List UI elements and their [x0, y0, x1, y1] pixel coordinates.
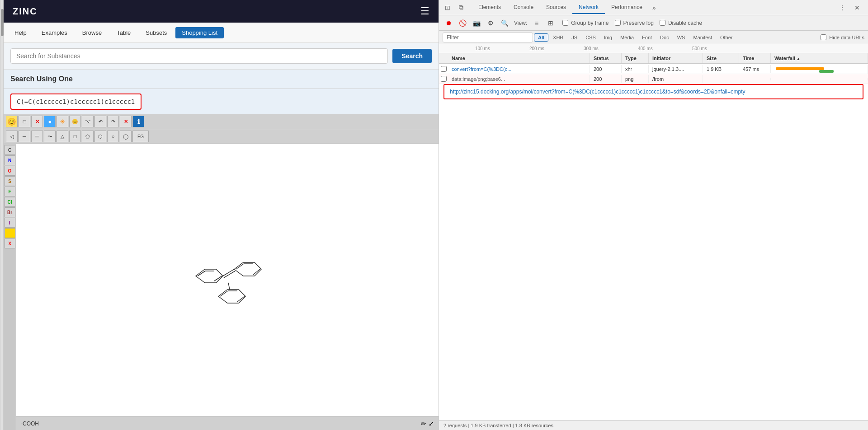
- filter-other[interactable]: Other: [717, 34, 736, 41]
- tab-performance[interactable]: Performance: [605, 1, 649, 14]
- atom-f[interactable]: F: [5, 187, 15, 196]
- dt-more-tabs[interactable]: »: [649, 4, 660, 11]
- table-row-2[interactable]: data:image/png;base6... 200 png /from: [439, 74, 868, 84]
- atom-s[interactable]: S: [5, 176, 15, 186]
- devtools-undock-icon[interactable]: ⧉: [455, 1, 467, 14]
- group-by-frame-checkbox[interactable]: [562, 20, 568, 26]
- star-tool[interactable]: ✳: [57, 116, 68, 127]
- preserve-log-checkbox[interactable]: [615, 20, 621, 26]
- double-bond-tool[interactable]: ═: [31, 131, 43, 142]
- canvas-area[interactable]: -COOH ✏ ⤢: [16, 144, 439, 430]
- row2-cb[interactable]: [441, 76, 447, 82]
- view-list-icon[interactable]: ≡: [531, 17, 542, 29]
- nav-tab-subsets[interactable]: Subsets: [139, 27, 173, 38]
- th-status[interactable]: Status: [590, 53, 622, 63]
- table-row[interactable]: convert?from=C(%3DC(c... 200 xhr jquery-…: [439, 64, 868, 74]
- tab-console[interactable]: Console: [507, 1, 540, 14]
- select-tool[interactable]: □: [19, 116, 30, 127]
- group-by-frame-label[interactable]: Group by frame: [571, 20, 609, 26]
- tab-network[interactable]: Network: [572, 1, 605, 14]
- devtools-statusbar: 2 requests | 1.9 KB transferred | 1.8 KB…: [439, 420, 868, 430]
- fg-tool[interactable]: FG: [132, 131, 149, 142]
- camera-button[interactable]: 📷: [471, 17, 482, 29]
- th-type[interactable]: Type: [622, 53, 649, 63]
- nav-tab-browse[interactable]: Browse: [76, 27, 108, 38]
- clear-tool[interactable]: ✕: [120, 116, 132, 127]
- molecule-canvas[interactable]: [16, 144, 439, 416]
- filter-tabs: All XHR JS CSS Img Media Font Doc WS Man…: [439, 31, 868, 44]
- nav-tab-help[interactable]: Help: [8, 27, 33, 38]
- ring-tool[interactable]: ◯: [120, 131, 132, 142]
- filter-icon[interactable]: ⚙: [485, 17, 496, 29]
- preserve-log-label[interactable]: Preserve log: [623, 20, 654, 26]
- single-bond-tool[interactable]: ─: [19, 131, 30, 142]
- delete-tool[interactable]: ✕: [31, 116, 43, 127]
- dt-settings-icon[interactable]: ⋮: [836, 1, 849, 14]
- th-time[interactable]: Time: [739, 53, 771, 63]
- triangle-tool[interactable]: △: [57, 131, 68, 142]
- atom-cl[interactable]: Cl: [5, 197, 15, 207]
- filter-ws[interactable]: WS: [674, 34, 689, 41]
- filter-xhr[interactable]: XHR: [549, 34, 567, 41]
- hamburger-icon[interactable]: ☰: [420, 5, 429, 17]
- network-filter-input[interactable]: [443, 33, 533, 42]
- nav-tab-shopping-list[interactable]: Shopping List: [175, 27, 224, 38]
- happy-tool[interactable]: 😊: [69, 116, 81, 127]
- filter-media[interactable]: Media: [617, 34, 637, 41]
- atom-c[interactable]: C: [5, 145, 15, 155]
- network-table[interactable]: Name Status Type Initiator Size Time Wat…: [439, 53, 868, 420]
- atom-o[interactable]: O: [5, 166, 15, 176]
- undo-tool[interactable]: ↶: [94, 116, 106, 127]
- atom-i[interactable]: I: [5, 218, 15, 228]
- hide-data-label[interactable]: Hide data URLs: [829, 35, 864, 40]
- timeline-ruler: 100 ms 200 ms 300 ms 400 ms 500 ms: [439, 44, 868, 53]
- tab-elements[interactable]: Elements: [472, 1, 507, 14]
- clear-button[interactable]: 🚫: [457, 17, 468, 29]
- th-waterfall[interactable]: Waterfall: [771, 53, 868, 63]
- scroll-indicator[interactable]: [0, 0, 4, 430]
- smiles-input-wrapper[interactable]: C(=C(c1ccccc1)c1ccccc1)c1ccccc1: [10, 93, 142, 110]
- record-button[interactable]: ⏺: [443, 17, 454, 29]
- row1-cb[interactable]: [441, 66, 447, 72]
- disable-cache-label[interactable]: Disable cache: [668, 20, 702, 26]
- circle-tool[interactable]: ○: [107, 131, 119, 142]
- redo-tool[interactable]: ↷: [107, 116, 119, 127]
- atom-x[interactable]: X: [5, 238, 15, 248]
- th-name[interactable]: Name: [448, 53, 590, 63]
- atom-n[interactable]: N: [5, 155, 15, 165]
- search-button[interactable]: Search: [392, 49, 432, 63]
- wavy-bond-tool[interactable]: 〜: [44, 131, 56, 142]
- info-tool[interactable]: ℹ: [132, 116, 144, 127]
- square-tool[interactable]: □: [69, 131, 81, 142]
- hexagon-tool[interactable]: ⬡: [94, 131, 106, 142]
- search-input[interactable]: [10, 48, 388, 64]
- arrow-tool[interactable]: ◁: [6, 131, 18, 142]
- expand-icon[interactable]: ⤢: [429, 420, 434, 427]
- option-tool[interactable]: ⌥: [82, 116, 94, 127]
- disable-cache-checkbox[interactable]: [660, 20, 665, 26]
- view-grid-icon[interactable]: ⊞: [545, 17, 557, 29]
- filter-css[interactable]: CSS: [582, 34, 599, 41]
- app-panel: ZINC ☰ Help Examples Browse Table Subset…: [0, 0, 439, 430]
- atom-br[interactable]: Br: [5, 207, 15, 217]
- preserve-log-option: Preserve log: [615, 20, 654, 26]
- smiley-tool[interactable]: 😊: [6, 116, 18, 127]
- atom-y[interactable]: [5, 228, 15, 238]
- devtools-dock-icon[interactable]: ⊡: [441, 1, 454, 14]
- pentagon-tool[interactable]: ⬠: [82, 131, 94, 142]
- nav-tab-examples[interactable]: Examples: [35, 27, 74, 38]
- th-initiator[interactable]: Initiator: [649, 53, 703, 63]
- filter-js[interactable]: JS: [568, 34, 581, 41]
- filter-font[interactable]: Font: [638, 34, 656, 41]
- fill-tool[interactable]: ■: [44, 116, 56, 127]
- th-size[interactable]: Size: [703, 53, 739, 63]
- hide-data-checkbox[interactable]: [821, 34, 826, 40]
- filter-all[interactable]: All: [534, 33, 548, 42]
- dt-close-icon[interactable]: ✕: [851, 1, 863, 14]
- filter-img[interactable]: Img: [600, 34, 616, 41]
- search-icon[interactable]: 🔍: [499, 17, 510, 29]
- tab-sources[interactable]: Sources: [540, 1, 572, 14]
- nav-tab-table[interactable]: Table: [110, 27, 137, 38]
- filter-doc[interactable]: Doc: [656, 34, 673, 41]
- filter-manifest[interactable]: Manifest: [689, 34, 716, 41]
